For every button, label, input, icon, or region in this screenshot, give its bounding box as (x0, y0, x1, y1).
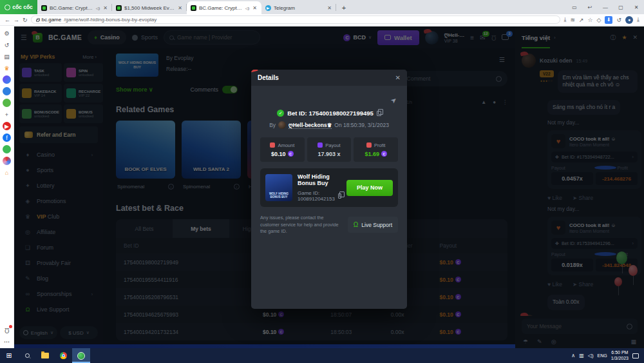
url-path: /game/wolf-hiding-bonus-buy-by-evoplay (64, 17, 156, 23)
recent-tabs-icon[interactable]: ↩ (582, 5, 598, 10)
action-center-icon[interactable] (632, 353, 639, 358)
copy-game-id-icon[interactable] (338, 193, 341, 199)
save-page-icon[interactable]: ⤓ (564, 16, 566, 23)
taskbar-search-icon[interactable] (18, 348, 36, 363)
copy-bet-id-icon[interactable] (377, 111, 381, 116)
modal-game-id: Game ID: 1008912042153 (298, 190, 335, 202)
download-manager-icon[interactable]: ⬇ (605, 16, 612, 24)
tab-label: BC.Game: Crypto Casino (199, 5, 243, 11)
coccoc-logo[interactable]: cốc cốc (0, 0, 37, 14)
play-now-button[interactable]: Play Now (346, 180, 393, 196)
file-explorer-icon[interactable] (36, 348, 54, 363)
lock-icon (36, 19, 39, 22)
tab-close-icon[interactable]: ✕ (177, 5, 183, 11)
forward-icon[interactable]: → (14, 17, 19, 23)
youtube-icon[interactable]: ▶ (3, 122, 11, 130)
shop-cart-icon[interactable]: ⌂ (3, 168, 11, 177)
tab-close-icon[interactable]: ✕ (102, 5, 108, 11)
reload-icon[interactable]: ↻ (23, 17, 28, 23)
newsfeed-icon[interactable]: ▤ (3, 52, 11, 61)
downloads-tray-icon[interactable]: ⤓ (637, 16, 639, 23)
history-icon[interactable]: ↺ (3, 41, 11, 49)
coccoc-sidebar: ⚙↺▤♛+▶f⌂Ω⋯ (0, 26, 14, 348)
profile-avatar-icon[interactable]: ● (625, 16, 633, 24)
sync-icon[interactable]: ↺ (616, 17, 621, 23)
modal-close-button[interactable]: ✕ (395, 74, 401, 81)
modal-game-thumbnail: WOLF HIDING BONUS BUY (265, 174, 292, 201)
modal-game-card: WOLF HIDING BONUS BUY Wolf Hiding Bonus … (260, 168, 398, 207)
bcd-coin-icon: C (381, 151, 387, 157)
settings-gear-icon[interactable]: ⚙ (3, 29, 11, 37)
bcgame-favicon (191, 5, 196, 11)
verified-check-icon: ✓ (277, 110, 284, 117)
browser-tab[interactable]: Telegram✕ (261, 1, 336, 14)
profit-icon (366, 142, 372, 148)
profit-stat: Profit $1.69C (354, 137, 398, 162)
windows-taskbar: ⊞ ∧ ▥ ◁) ENG 6:50 PM1/3/2023 (0, 348, 644, 363)
chrome-icon[interactable] (54, 348, 72, 363)
network-icon[interactable]: ▥ (579, 353, 584, 358)
colorful-extension-icon[interactable] (3, 157, 11, 165)
taskbar-clock[interactable]: 6:50 PM1/3/2023 (611, 350, 629, 362)
modal-title: Details (258, 74, 279, 81)
bettor-username[interactable]: ღHell-beckons♛ (289, 122, 332, 129)
bookmark-star-icon[interactable]: ☆ (587, 17, 592, 23)
add-shortcut-icon[interactable]: + (3, 110, 11, 119)
tab-audio-icon[interactable]: ◁) (96, 6, 100, 10)
coccoc-logo-icon (5, 5, 10, 10)
volume-icon[interactable]: ◁) (588, 353, 594, 358)
url-bar[interactable]: bc.game /game/wolf-hiding-bonus-buy-by-e… (31, 15, 561, 24)
telegram-favicon (265, 5, 271, 11)
chat-app-icon[interactable] (3, 87, 11, 95)
modal-game-title: Wolf Hiding Bonus Buy (298, 173, 341, 186)
translate-icon[interactable]: ≋ (570, 17, 575, 23)
coccoc-taskbar-icon[interactable] (72, 348, 90, 363)
live-support-button[interactable]: ΩLive Support (348, 217, 398, 233)
language-indicator[interactable]: ENG (598, 353, 607, 358)
payout-icon (317, 142, 323, 148)
bcgame-favicon (116, 5, 122, 11)
notifications-bell-icon[interactable]: Ω (3, 326, 11, 335)
maximize-button[interactable]: ▢ (613, 5, 629, 10)
bcd-coin-icon: C (288, 151, 294, 157)
support-note: Any issues, please contact the customer … (260, 215, 341, 235)
tab-label: Telegram (274, 5, 324, 11)
close-button[interactable]: ✕ (629, 5, 644, 10)
back-icon[interactable]: ← (5, 17, 10, 23)
tray-expand-icon[interactable]: ∧ (571, 353, 575, 358)
browser-tab[interactable]: BC.Game: Crypto Casino◁)✕ (37, 1, 112, 14)
games-icon[interactable] (3, 99, 11, 107)
vip-crown-icon[interactable]: ♛ (3, 64, 11, 72)
tab-label: $1,500 Midweek Evoplay Mu... (124, 5, 175, 11)
more-options-icon[interactable]: ⋯ (3, 337, 11, 346)
tab-audio-icon[interactable]: ◁) (245, 6, 250, 10)
bet-timestamp: On 18:50:39, 3/1/2023 (334, 122, 389, 128)
share-icon[interactable]: ↗ (579, 17, 584, 23)
coccoc-logo-label: cốc cốc (12, 4, 33, 10)
share-bet-icon[interactable]: ➤ (389, 95, 399, 106)
amount-icon (270, 142, 275, 148)
facebook-icon[interactable]: f (3, 133, 11, 142)
bcgame-favicon (41, 5, 47, 11)
screen: cốc cốc BC.Game: Crypto Casino◁)✕$1,500 … (0, 0, 644, 363)
browser-tab[interactable]: $1,500 Midweek Evoplay Mu...✕ (112, 1, 187, 14)
coccoc-sidebar-bottom: Ω⋯ (3, 326, 11, 346)
browser-tab-bar: cốc cốc BC.Game: Crypto Casino◁)✕$1,500 … (0, 0, 644, 14)
start-button[interactable]: ⊞ (0, 348, 18, 363)
adblock-shield-icon[interactable]: ◇ (597, 17, 601, 23)
tab-close-icon[interactable]: ✕ (252, 5, 258, 11)
tab-label: BC.Game: Crypto Casino (50, 5, 93, 11)
browser-toolbar: ← → ↻ bc.game /game/wolf-hiding-bonus-bu… (0, 14, 644, 26)
payout-stat: Payout 17.903 x (307, 137, 352, 162)
media-panel-icon[interactable]: ▭ (567, 5, 582, 10)
tab-close-icon[interactable]: ✕ (327, 5, 332, 11)
messenger-icon[interactable] (3, 75, 11, 84)
minimize-button[interactable]: — (598, 5, 613, 10)
url-domain: bc.game (42, 17, 62, 23)
green-extension-icon[interactable] (3, 145, 11, 153)
new-tab-button[interactable]: + (339, 3, 349, 13)
amount-stat: Amount $0.10C (260, 137, 305, 162)
browser-tab[interactable]: BC.Game: Crypto Casino◁)✕ (187, 1, 261, 14)
headset-icon: Ω (354, 221, 358, 228)
bettor-avatar (278, 121, 286, 129)
